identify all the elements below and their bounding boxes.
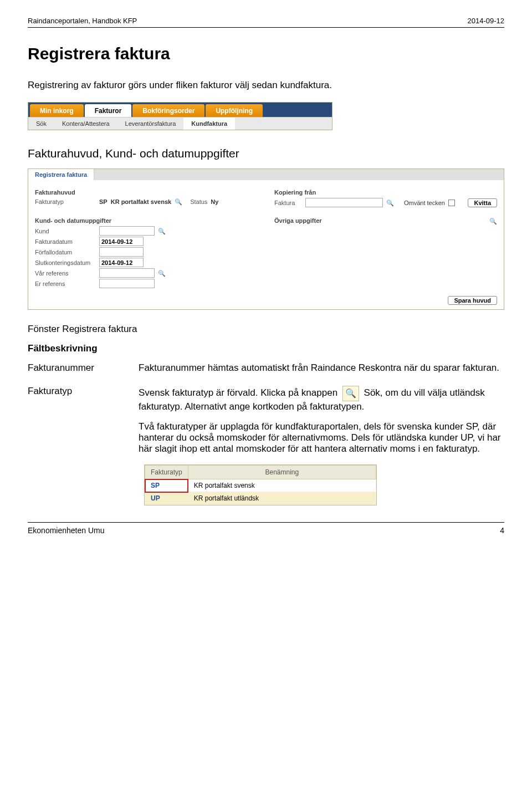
cell-name: KR portalfakt utländsk [188, 492, 376, 505]
tab-bokforingsorder[interactable]: Bokföringsorder [132, 104, 204, 117]
footer-page-number: 4 [500, 526, 504, 535]
label-er-referens: Er referens [35, 280, 96, 287]
kvitta-button[interactable]: Kvitta [468, 198, 497, 207]
screenshot-fakturatyp-table: Fakturatyp Benämning SP KR portalfakt sv… [144, 464, 377, 505]
subtab-sok[interactable]: Sök [28, 118, 54, 130]
label-fakturadatum: Fakturadatum [35, 238, 96, 245]
desc-text-fakturanummer: Fakturanummer hämtas automatiskt från Ra… [139, 362, 504, 374]
value-fakturatyp-desc: KR portalfakt svensk [111, 198, 171, 205]
footer-left: Ekonomienheten Umu [28, 526, 105, 535]
doc-header-left: Raindanceportalen, Handbok KFP [28, 17, 137, 25]
sub-tabbar: Sök Kontera/Attestera Leverantörsfaktura… [28, 117, 332, 130]
subtab-leverantor[interactable]: Leverantörsfaktura [117, 118, 184, 130]
tab-min-inkorg[interactable]: Min inkorg [30, 104, 84, 117]
subtab-kundfaktura[interactable]: Kundfaktura [183, 118, 235, 130]
omvant-tecken-checkbox[interactable] [448, 200, 455, 206]
form-header-kund: Kund- och datumuppgifter [35, 217, 258, 224]
value-status: Ny [211, 198, 218, 205]
cell-name: KR portalfakt svensk [188, 479, 376, 492]
table-row[interactable]: SP KR portalfakt svensk [145, 479, 376, 492]
form-header-kopiering: Kopiering från [274, 189, 497, 196]
tab-uppfoljning[interactable]: Uppföljning [206, 104, 263, 117]
value-fakturatyp-code: SP [99, 198, 108, 205]
header-divider [28, 27, 504, 28]
screenshot-form: Registrera faktura Fakturahuvud Fakturat… [28, 168, 504, 310]
table-row[interactable]: UP KR portalfakt utländsk [145, 492, 376, 505]
section-fakturahuvud-title: Fakturahuvud, Kund- och datumuppgifter [28, 147, 504, 160]
forfallodatum-input[interactable] [99, 247, 144, 257]
label-faktura: Faktura [274, 200, 302, 206]
cell-code: SP [145, 479, 188, 492]
label-kund: Kund [35, 228, 96, 234]
search-icon[interactable]: 🔍 [175, 198, 182, 206]
kund-input[interactable] [99, 226, 155, 236]
page-title: Registrera faktura [28, 44, 504, 63]
desc-text-fakturatyp: Svensk fakturatyp är förvald. Klicka på … [139, 386, 504, 454]
desc-fakturatyp-para2: Två fakturatyper är upplagda för kundfak… [139, 421, 504, 454]
search-icon[interactable]: 🔍 [489, 217, 497, 225]
form-header-fakturahuvud: Fakturahuvud [35, 189, 258, 196]
footer-divider [28, 522, 504, 523]
subsection-fonster-title: Fönster Registrera faktura [28, 324, 504, 335]
tab-fakturor[interactable]: Fakturor [85, 104, 132, 117]
col-header-fakturatyp: Fakturatyp [145, 466, 188, 479]
main-tabbar: Min inkorg Fakturor Bokföringsorder Uppf… [28, 103, 332, 117]
cell-code: UP [145, 492, 188, 505]
doc-header-date: 2014-09-12 [468, 17, 505, 25]
search-icon: 🔍 [342, 386, 359, 401]
faktura-input[interactable] [305, 198, 383, 207]
form-header-ovriga: Övriga uppgifter [274, 217, 322, 225]
label-omvant-tecken: Omvänt tecken [404, 200, 445, 206]
fakturadatum-input[interactable] [99, 237, 144, 246]
label-var-referens: Vår referens [35, 270, 96, 277]
label-forfallodatum: Förfallodatum [35, 249, 96, 256]
slutkonteringsdatum-input[interactable] [99, 258, 144, 267]
search-icon[interactable]: 🔍 [158, 269, 166, 277]
intro-paragraph: Registrering av fakturor görs under flik… [28, 80, 504, 91]
col-header-benamning: Benämning [188, 466, 376, 479]
desc-label-fakturanummer: Fakturanummer [28, 362, 122, 374]
var-referens-input[interactable] [99, 268, 155, 278]
label-fakturatyp: Fakturatyp [35, 198, 96, 205]
label-slutkonteringsdatum: Slutkonteringsdatum [35, 259, 96, 266]
spara-huvud-button[interactable]: Spara huvud [448, 296, 497, 305]
subtab-kontera[interactable]: Kontera/Attestera [54, 118, 117, 130]
desc-label-fakturatyp: Fakturatyp [28, 386, 122, 454]
screenshot-tabs: Min inkorg Fakturor Bokföringsorder Uppf… [28, 102, 332, 130]
label-status: Status [190, 198, 207, 205]
search-icon[interactable]: 🔍 [158, 227, 166, 235]
er-referens-input[interactable] [99, 279, 155, 288]
desc-fakturatyp-part-a: Svensk fakturatyp är förvald. Klicka på … [139, 387, 340, 398]
search-icon[interactable]: 🔍 [386, 199, 394, 207]
form-tab[interactable]: Registrera faktura [28, 169, 94, 180]
faltbeskrivning-heading: Fältbeskrivning [28, 343, 504, 354]
